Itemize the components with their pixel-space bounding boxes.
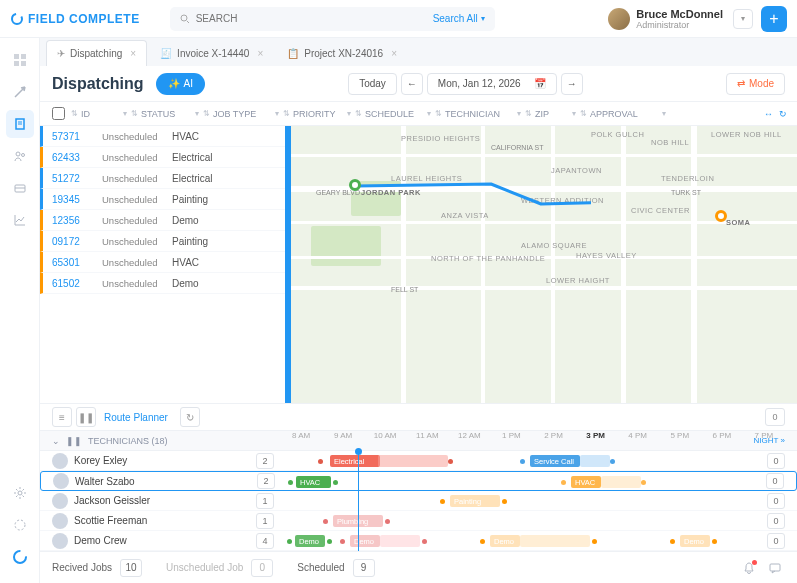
column-job type[interactable]: ⇅JOB TYPE▾ xyxy=(203,109,283,119)
map-pin-end[interactable] xyxy=(715,210,727,222)
close-icon[interactable]: × xyxy=(130,48,136,59)
next-day-button[interactable]: → xyxy=(561,73,583,95)
svg-point-10 xyxy=(16,152,20,156)
job-row[interactable]: 19345UnscheduledPainting xyxy=(40,189,285,210)
route-planner-link[interactable]: Route Planner xyxy=(104,412,168,423)
tab-dispatching[interactable]: ✈Dispatching× xyxy=(46,40,147,66)
nav-document-icon[interactable] xyxy=(6,110,34,138)
avatar xyxy=(52,453,68,469)
task-bar[interactable]: Demo xyxy=(350,535,380,547)
task-bar[interactable]: Demo xyxy=(680,535,710,547)
search-input[interactable] xyxy=(196,13,433,24)
expand-icon[interactable]: ↔ xyxy=(764,109,773,119)
task-bar[interactable]: HVAC xyxy=(571,476,601,488)
column-status[interactable]: ⇅STATUS▾ xyxy=(131,109,203,119)
gantt-chart[interactable]: Korey Exley2ElectricalService Call0Walte… xyxy=(40,451,797,551)
svg-rect-3 xyxy=(14,54,19,59)
task-dot xyxy=(448,459,453,464)
job-row[interactable]: 12356UnscheduledDemo xyxy=(40,210,285,231)
task-dot xyxy=(592,539,597,544)
task-dot xyxy=(440,499,445,504)
route-count: 0 xyxy=(765,408,785,426)
nav-gear-icon[interactable] xyxy=(6,479,34,507)
svg-point-11 xyxy=(21,154,24,157)
job-list[interactable]: 57371UnscheduledHVAC62433UnscheduledElec… xyxy=(40,126,285,403)
technician-row[interactable]: Scottie Freeman1Plumbing0 xyxy=(40,511,797,531)
map-panel[interactable]: PRESIDIO HEIGHTS POLK GULCH NOB HILL LOW… xyxy=(285,126,797,403)
page-header: Dispatching ✨ AI Today ← Mon, Jan 12, 20… xyxy=(40,66,797,102)
task-bar[interactable]: Electrical xyxy=(330,455,380,467)
avatar xyxy=(52,493,68,509)
column-technician[interactable]: ⇅TECHNICIAN▾ xyxy=(435,109,525,119)
pause-icon[interactable]: ❚❚ xyxy=(76,407,96,427)
nav-settings-icon[interactable] xyxy=(6,511,34,539)
task-bar[interactable]: Demo xyxy=(295,535,325,547)
task-bar[interactable] xyxy=(601,476,641,488)
global-search[interactable]: Search All▾ xyxy=(170,7,495,31)
close-icon[interactable]: × xyxy=(391,48,397,59)
task-dot xyxy=(385,519,390,524)
task-bar[interactable]: HVAC xyxy=(296,476,331,488)
job-row[interactable]: 51272UnscheduledElectrical xyxy=(40,168,285,189)
job-row[interactable]: 65301UnscheduledHVAC xyxy=(40,252,285,273)
column-priority[interactable]: ⇅PRIORITY▾ xyxy=(283,109,355,119)
task-dot xyxy=(340,539,345,544)
task-bar[interactable] xyxy=(380,535,420,547)
prev-day-button[interactable]: ← xyxy=(401,73,423,95)
job-row[interactable]: 57371UnscheduledHVAC xyxy=(40,126,285,147)
technician-row[interactable]: Walter Szabo2HVACHVAC0 xyxy=(40,471,797,491)
user-dropdown[interactable]: ▾ xyxy=(733,9,753,29)
reload-icon[interactable]: ↻ xyxy=(779,109,787,119)
nav-dashboard-icon[interactable] xyxy=(6,46,34,74)
technician-row[interactable]: Jackson Geissler1Painting0 xyxy=(40,491,797,511)
task-bar[interactable]: Painting xyxy=(450,495,500,507)
nav-card-icon[interactable] xyxy=(6,174,34,202)
today-button[interactable]: Today xyxy=(348,73,397,95)
task-bar[interactable]: Demo xyxy=(490,535,520,547)
add-button[interactable]: + xyxy=(761,6,787,32)
tab-icon: ✈ xyxy=(57,48,65,59)
list-view-icon[interactable]: ≡ xyxy=(52,407,72,427)
avatar xyxy=(52,513,68,529)
night-link[interactable]: NIGHT » xyxy=(754,436,785,445)
user-name: Bruce McDonnel xyxy=(636,8,723,20)
chat-icon[interactable] xyxy=(765,558,785,578)
close-icon[interactable]: × xyxy=(257,48,263,59)
search-scope[interactable]: Search All▾ xyxy=(433,13,485,24)
tab-project-xn-24016[interactable]: 📋Project XN-24016× xyxy=(276,40,408,66)
job-row[interactable]: 09172UnscheduledPainting xyxy=(40,231,285,252)
avatar xyxy=(52,533,68,549)
task-dot xyxy=(520,459,525,464)
refresh-icon[interactable]: ↻ xyxy=(180,407,200,427)
svg-point-1 xyxy=(181,15,187,21)
ai-button[interactable]: ✨ AI xyxy=(156,73,205,95)
job-row[interactable]: 62433UnscheduledElectrical xyxy=(40,147,285,168)
row-end-count: 0 xyxy=(767,493,785,509)
column-approval[interactable]: ⇅APPROVAL▾ xyxy=(580,109,670,119)
mode-button[interactable]: ⇄ Mode xyxy=(726,73,785,95)
nav-dispatch-icon[interactable] xyxy=(6,78,34,106)
task-bar[interactable] xyxy=(378,455,448,467)
technician-row[interactable]: Korey Exley2ElectricalService Call0 xyxy=(40,451,797,471)
task-bar[interactable] xyxy=(520,535,590,547)
task-dot xyxy=(288,480,293,485)
route-planner-bar: ≡ ❚❚ Route Planner ↻ 0 xyxy=(40,403,797,431)
tab-invoice-x-14440[interactable]: 🧾Invoice X-14440× xyxy=(149,40,274,66)
task-bar[interactable] xyxy=(580,455,610,467)
map-pin-start[interactable] xyxy=(349,179,361,191)
nav-chart-icon[interactable] xyxy=(6,206,34,234)
bell-icon[interactable] xyxy=(739,558,759,578)
nav-users-icon[interactable] xyxy=(6,142,34,170)
task-bar[interactable]: Service Call xyxy=(530,455,580,467)
nav-sync-icon[interactable] xyxy=(6,543,34,571)
timeline-hour: 3 PM xyxy=(575,431,617,451)
column-id[interactable]: ⇅ID▾ xyxy=(71,109,131,119)
user-menu[interactable]: Bruce McDonnel Administrator ▾ + xyxy=(608,6,787,32)
job-row[interactable]: 61502UnscheduledDemo xyxy=(40,273,285,294)
chevron-down-icon[interactable]: ⌄ xyxy=(52,436,60,446)
date-picker[interactable]: Mon, Jan 12, 2026📅 xyxy=(427,73,557,95)
column-schedule[interactable]: ⇅SCHEDULE▾ xyxy=(355,109,435,119)
column-zip[interactable]: ⇅ZIP▾ xyxy=(525,109,580,119)
select-all-checkbox[interactable] xyxy=(52,107,65,120)
technician-row[interactable]: Demo Crew4DemoDemoDemoDemo0 xyxy=(40,531,797,551)
